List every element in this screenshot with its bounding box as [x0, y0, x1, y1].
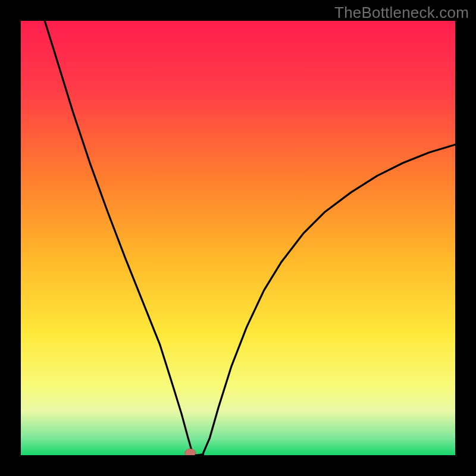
gradient-background	[21, 21, 455, 455]
chart-svg	[21, 21, 455, 455]
optimum-marker	[185, 449, 196, 456]
watermark-text: TheBottleneck.com	[334, 4, 469, 22]
plot-area	[21, 21, 455, 455]
chart-frame: TheBottleneck.com	[0, 0, 476, 476]
